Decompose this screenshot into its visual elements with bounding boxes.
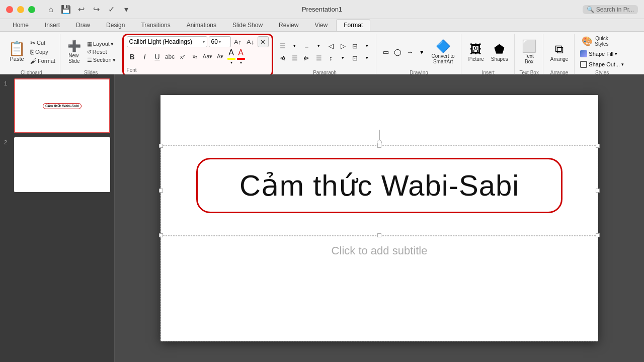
shape-fill-button[interactable]: Shape Fill ▾	[579, 49, 619, 58]
shape-more[interactable]: ▾	[417, 46, 428, 57]
line-spacing[interactable]: ↕	[326, 52, 337, 63]
subtitle-text: Click to add subtitle	[332, 244, 428, 257]
shape-rect[interactable]: ▭	[380, 46, 391, 57]
shapes-icon: ⬟	[494, 42, 505, 56]
shape-outline-button[interactable]: Shape Out... ▾	[579, 60, 625, 69]
list-item[interactable]: 2	[4, 137, 110, 192]
slide-thumbnail-1[interactable]: Cảm thức Wabi-Sabi	[14, 78, 110, 133]
superscript-button[interactable]: x²	[177, 51, 188, 62]
maximize-button[interactable]	[28, 6, 35, 13]
strikethrough-button[interactable]: abc	[165, 51, 176, 62]
subscript-button[interactable]: x₂	[190, 51, 201, 62]
numbering-button[interactable]: ≡	[301, 40, 312, 51]
titlebar: ⌂ 💾 ↩ ↪ ✓ ▾ Presentation1 🔍 Search in Pr…	[0, 0, 644, 19]
new-slide-label: NewSlide	[68, 53, 79, 64]
slide-canvas[interactable]: Cảm thức Wabi-Sabi Click to add subtitle	[160, 95, 598, 341]
smartart-icon: 🔷	[436, 39, 451, 53]
text-size-button[interactable]: A▾	[215, 51, 226, 62]
font-row-bottom: B I U abc x² x₂ Aa▾ A▾ A ▾ A ▾	[127, 48, 269, 65]
tab-transitions[interactable]: Transitions	[133, 19, 178, 31]
save-icon[interactable]: 💾	[60, 4, 71, 15]
bold-button[interactable]: B	[127, 51, 138, 62]
tab-slideshow[interactable]: Slide Show	[225, 19, 270, 31]
checkmark-icon[interactable]: ✓	[106, 4, 117, 15]
picture-button[interactable]: 🖼 Picture	[465, 41, 487, 63]
font-color-button[interactable]: A ▾	[237, 48, 245, 65]
shapes-button[interactable]: ⬟ Shapes	[488, 41, 511, 63]
new-slide-button[interactable]: ➕ NewSlide	[64, 39, 84, 65]
align-left[interactable]: ⫷	[277, 52, 288, 63]
search-bar[interactable]: 🔍 Search in Pr...	[583, 5, 638, 14]
paragraph-group: ☰ ▾ ≡ ▾ ◁ ▷ ⊟ ▾ ⫷ ☰ ⫸ ☰ ↕	[274, 34, 376, 76]
text-box-button[interactable]: ⬜ TextBox	[519, 38, 540, 65]
font-family-select[interactable]: Calibri Light (Headings) ▾	[127, 36, 207, 47]
tab-view[interactable]: View	[307, 19, 335, 31]
align-center[interactable]: ☰	[289, 52, 300, 63]
slide-title[interactable]: Cảm thức Wabi-Sabi	[196, 158, 562, 213]
highlight-color-button[interactable]: A ▾	[227, 48, 235, 65]
drawing-group-items: ▭ ◯ → ▾ 🔷 Convert toSmartArt	[380, 34, 458, 70]
handle-mid-right[interactable]	[596, 189, 600, 193]
handle-top-right[interactable]	[596, 144, 600, 148]
justify[interactable]: ☰	[313, 52, 325, 63]
para-row2: ⫷ ☰ ⫸ ☰ ↕ ▾ ⊡ ▾	[277, 52, 373, 63]
layout-button[interactable]: ▦ Layout ▾	[85, 40, 118, 48]
slide-thumb-content-2	[15, 138, 109, 191]
text-direction-dropdown[interactable]: ▾	[362, 52, 373, 63]
quick-styles-button[interactable]: 🎨 QuickStyles	[579, 35, 619, 48]
text-direction[interactable]: ⊡	[350, 52, 361, 63]
increase-indent[interactable]: ▷	[338, 40, 349, 51]
underline-button[interactable]: U	[152, 51, 163, 62]
title-textbox[interactable]: Cảm thức Wabi-Sabi	[160, 145, 598, 236]
tab-animations[interactable]: Animations	[179, 19, 224, 31]
tab-review[interactable]: Review	[271, 19, 306, 31]
close-button[interactable]	[6, 6, 13, 13]
undo-icon[interactable]: ↩	[75, 4, 87, 15]
slides-group-items: ➕ NewSlide ▦ Layout ▾ ↺ Reset ☰ S	[64, 34, 118, 70]
columns-dropdown[interactable]: ▾	[362, 40, 373, 51]
format-painter-button[interactable]: 🖌 Format	[29, 57, 57, 65]
shape-fill-icon	[580, 50, 587, 57]
ribbon-tabs: Home Insert Draw Design Transitions Anim…	[0, 19, 644, 32]
arrange-group: ⧉ Arrange Arrange	[544, 34, 575, 76]
reset-button[interactable]: ↺ Reset	[85, 48, 118, 56]
bullets-dropdown[interactable]: ▾	[289, 40, 300, 51]
dropdown-icon[interactable]: ▾	[121, 4, 132, 15]
slide-options-col: ▦ Layout ▾ ↺ Reset ☰ Section ▾	[85, 40, 118, 64]
home-icon[interactable]: ⌂	[45, 4, 56, 15]
section-button[interactable]: ☰ Section ▾	[85, 56, 118, 64]
handle-top-left[interactable]	[159, 144, 163, 148]
paste-button[interactable]: 📋 Paste	[6, 41, 28, 63]
numbering-dropdown[interactable]: ▾	[313, 40, 325, 51]
redo-icon[interactable]: ↪	[91, 4, 102, 15]
copy-button[interactable]: ⎘ Copy	[29, 48, 57, 56]
bullets-button[interactable]: ☰	[277, 40, 288, 51]
tab-format[interactable]: Format	[336, 19, 370, 31]
text-case-button[interactable]: Aa▾	[202, 51, 213, 62]
tab-insert[interactable]: Insert	[37, 19, 67, 31]
shape-arrow[interactable]: →	[405, 46, 416, 57]
columns-button[interactable]: ⊟	[350, 40, 361, 51]
align-right[interactable]: ⫸	[301, 52, 312, 63]
list-item[interactable]: 1 Cảm thức Wabi-Sabi	[4, 78, 110, 133]
decrease-font-button[interactable]: A↓	[245, 36, 256, 47]
slide-thumbnail-2[interactable]	[14, 137, 110, 192]
font-size-input[interactable]: 60 ▾	[209, 36, 231, 47]
tab-draw[interactable]: Draw	[68, 19, 98, 31]
subtitle-placeholder[interactable]: Click to add subtitle	[160, 236, 598, 341]
convert-to-smartart-button[interactable]: 🔷 Convert toSmartArt	[429, 38, 458, 65]
tab-design[interactable]: Design	[99, 19, 132, 31]
minimize-button[interactable]	[17, 6, 24, 13]
handle-top-mid[interactable]	[377, 144, 381, 148]
shape-oval[interactable]: ◯	[392, 46, 404, 57]
line-spacing-dropdown[interactable]: ▾	[338, 52, 349, 63]
italic-button[interactable]: I	[139, 51, 150, 62]
decrease-indent[interactable]: ◁	[326, 40, 337, 51]
title-box[interactable]: Cảm thức Wabi-Sabi	[196, 158, 562, 213]
handle-mid-left[interactable]	[159, 189, 163, 193]
arrange-button[interactable]: ⧉ Arrange	[547, 41, 572, 63]
cut-button[interactable]: ✂ Cut	[29, 39, 57, 47]
tab-home[interactable]: Home	[5, 19, 36, 31]
clear-format-button[interactable]: ✕	[258, 36, 269, 47]
increase-font-button[interactable]: A↑	[232, 36, 244, 47]
